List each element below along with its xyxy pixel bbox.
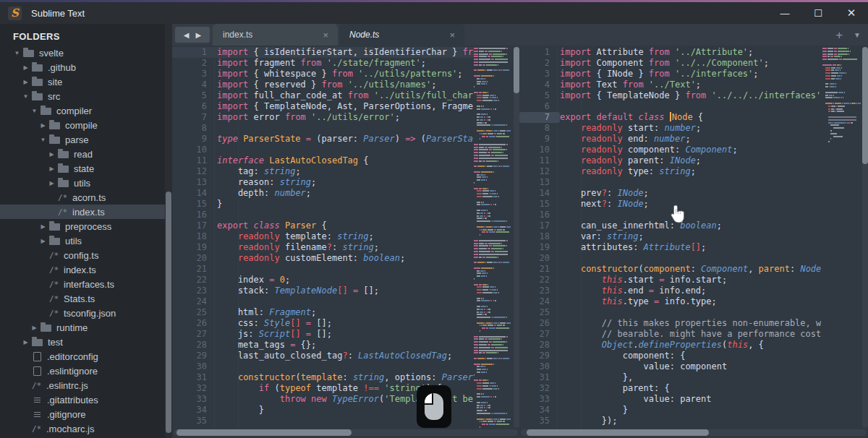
chevron-down-icon[interactable]: ▼ bbox=[30, 108, 38, 114]
code-line[interactable]: 30 bbox=[172, 361, 474, 372]
sidebar-item-state[interactable]: ▶state bbox=[0, 161, 165, 176]
chevron-right-icon[interactable]: ▶ bbox=[22, 339, 30, 345]
sidebar-item-editorconfig[interactable]: .editorconfig bbox=[0, 349, 165, 364]
sidebar-item-preprocess[interactable]: ▶preprocess bbox=[0, 219, 165, 233]
code-line[interactable]: 27 js: Script[] = []; bbox=[172, 329, 474, 340]
sidebar-item-config-ts[interactable]: /*config.ts bbox=[0, 248, 165, 262]
sidebar-item-github[interactable]: ▶.github bbox=[0, 60, 165, 74]
horizontal-scrollbar-left[interactable] bbox=[174, 429, 518, 436]
code-line[interactable]: 9type ParserState = (parser: Parser) => … bbox=[172, 134, 474, 145]
sidebar-item-test[interactable]: ▶test bbox=[0, 335, 165, 349]
code-line[interactable]: 20 readonly customElement: boolean; bbox=[172, 253, 474, 264]
code-line[interactable]: 23 this.end = info.end; bbox=[519, 285, 821, 296]
code-line[interactable]: 11interface LastAutoClosedTag { bbox=[172, 155, 474, 166]
sidebar-item-src[interactable]: ▼src bbox=[0, 89, 165, 103]
code-line[interactable]: 25 html: Fragment; bbox=[172, 307, 474, 318]
code-line[interactable]: 18 var: string; bbox=[519, 231, 821, 242]
code-line[interactable]: 2import fragment from './state/fragment'… bbox=[172, 58, 474, 69]
sidebar-item-utils[interactable]: ▶utils bbox=[0, 233, 165, 248]
code-line[interactable]: 10 readonly component: Component; bbox=[519, 145, 821, 155]
code-line[interactable]: 25 bbox=[519, 307, 821, 318]
tab-overflow-icon[interactable]: ▼ bbox=[854, 31, 861, 39]
chevron-right-icon[interactable]: ▶ bbox=[30, 325, 38, 331]
code-line[interactable]: 8 readonly start: number; bbox=[519, 123, 821, 134]
code-line[interactable]: 13 bbox=[519, 177, 821, 188]
code-line[interactable]: 32 parent: { bbox=[519, 383, 821, 394]
code-line[interactable]: 4import { reserved } from '../utils/name… bbox=[172, 80, 474, 90]
sidebar-item-eslintrc-js[interactable]: /*.eslintrc.js bbox=[0, 378, 165, 392]
code-line[interactable]: 22 index = 0; bbox=[172, 275, 474, 285]
code-line[interactable]: 24 bbox=[172, 296, 474, 307]
code-line[interactable]: 28 meta_tags = {}; bbox=[172, 340, 474, 351]
code-line[interactable]: 23 stack: TemplateNode[] = []; bbox=[172, 285, 474, 296]
chevron-right-icon[interactable]: ▶ bbox=[48, 180, 56, 186]
tab-index-ts[interactable]: index.ts× bbox=[213, 24, 338, 46]
minimap-left[interactable] bbox=[474, 47, 514, 428]
code-line[interactable]: 29 component: { bbox=[519, 351, 821, 361]
sidebar-item-interfaces-ts[interactable]: /*interfaces.ts bbox=[0, 277, 165, 291]
tab-close-icon[interactable]: × bbox=[446, 29, 459, 41]
code-area-right[interactable]: 1import Attribute from '../Attribute';2i… bbox=[519, 47, 821, 428]
code-line[interactable]: 17export class Parser { bbox=[172, 220, 474, 231]
horizontal-scrollbar-right[interactable] bbox=[521, 429, 867, 436]
sidebar-item-eslintignore[interactable]: .eslintignore bbox=[0, 364, 165, 378]
sidebar-item-index-ts[interactable]: /*index.ts bbox=[0, 205, 165, 219]
code-line[interactable]: 6 bbox=[519, 101, 821, 112]
code-line[interactable]: 14 depth: number; bbox=[172, 188, 474, 199]
sidebar-item-Stats-ts[interactable]: /*Stats.ts bbox=[0, 291, 165, 306]
new-tab-icon[interactable]: + bbox=[835, 29, 843, 41]
vertical-scrollbar-right[interactable] bbox=[862, 47, 868, 428]
code-line[interactable]: 6import { TemplateNode, Ast, ParserOptio… bbox=[172, 101, 474, 112]
chevron-right-icon[interactable]: ▶ bbox=[48, 166, 56, 172]
code-line[interactable]: 18 readonly template: string; bbox=[172, 231, 474, 242]
code-line[interactable]: 31 }, bbox=[519, 372, 821, 383]
code-line[interactable]: 14 prev?: INode; bbox=[519, 188, 821, 199]
code-line[interactable]: 21 bbox=[172, 264, 474, 275]
sidebar-item-read[interactable]: ▶read bbox=[0, 147, 165, 161]
horizontal-scrollbar-thumb[interactable] bbox=[527, 429, 709, 436]
tab-nav-forward-icon[interactable]: ▶ bbox=[196, 31, 202, 39]
tab-nav-back-icon[interactable]: ◀ bbox=[184, 31, 190, 39]
code-line[interactable]: 2import Component from '../../Component'… bbox=[519, 58, 821, 69]
code-line[interactable]: 3import { INode } from '../interfaces'; bbox=[519, 69, 821, 80]
vertical-scrollbar-thumb[interactable] bbox=[862, 47, 868, 164]
titlebar[interactable]: S Sublime Text — ☐ ✕ bbox=[0, 2, 868, 24]
code-line[interactable]: 21 constructor(component: Component, par… bbox=[519, 264, 821, 275]
code-line[interactable]: 16 bbox=[172, 210, 474, 220]
horizontal-scrollbar-thumb[interactable] bbox=[176, 429, 352, 436]
code-line[interactable]: 31 constructor(template: string, options… bbox=[172, 372, 474, 383]
maximize-button[interactable]: ☐ bbox=[801, 2, 835, 24]
code-line[interactable]: 33 value: parent bbox=[519, 394, 821, 405]
tab-nav-arrows[interactable]: ◀ ▶ bbox=[175, 27, 210, 43]
code-line[interactable]: 5import full_char_code_at from '../utils… bbox=[172, 90, 474, 101]
sidebar-item-utils[interactable]: ▶utils bbox=[0, 176, 165, 190]
code-line[interactable]: 27 // bearable. might have a performance… bbox=[519, 329, 821, 340]
code-line[interactable]: 19 attributes: Attribute[]; bbox=[519, 242, 821, 253]
sidebar-item-compile[interactable]: ▶compile bbox=[0, 118, 165, 132]
folder-tree[interactable]: ▼svelte▶.github▶site▼src▼compiler▶compil… bbox=[0, 46, 165, 436]
code-line[interactable]: 3import { whitespace } from '../utils/pa… bbox=[172, 69, 474, 80]
sidebar-item-index-ts[interactable]: /*index.ts bbox=[0, 262, 165, 277]
code-line[interactable]: 34 } bbox=[519, 405, 821, 416]
code-line[interactable]: 28 Object.defineProperties(this, { bbox=[519, 340, 821, 351]
vertical-scrollbar-left[interactable] bbox=[514, 47, 519, 428]
code-line[interactable]: 24 this.type = info.type; bbox=[519, 296, 821, 307]
code-line[interactable]: 1import Attribute from '../Attribute'; bbox=[519, 47, 821, 58]
code-line[interactable]: 4import Text from '../Text'; bbox=[519, 80, 821, 90]
code-line[interactable]: 7import error from '../utils/error'; bbox=[172, 112, 474, 123]
code-line[interactable]: 7export default class Node { bbox=[519, 112, 821, 123]
vertical-scrollbar-thumb[interactable] bbox=[514, 47, 519, 93]
chevron-right-icon[interactable]: ▶ bbox=[39, 223, 47, 230]
sidebar-item-mocharc-js[interactable]: /*.mocharc.js bbox=[0, 421, 165, 436]
editor-pane-left[interactable]: 1import { isIdentifierStart, isIdentifie… bbox=[172, 46, 519, 438]
chevron-right-icon[interactable]: ▶ bbox=[22, 79, 30, 85]
minimize-button[interactable]: — bbox=[768, 2, 801, 24]
code-line[interactable]: 12 readonly type: string; bbox=[519, 166, 821, 177]
chevron-down-icon[interactable]: ▼ bbox=[39, 137, 47, 143]
chevron-right-icon[interactable]: ▶ bbox=[39, 238, 47, 244]
close-button[interactable]: ✕ bbox=[835, 2, 868, 24]
sidebar-item-parse[interactable]: ▼parse bbox=[0, 132, 165, 147]
sidebar-item-gitattributes[interactable]: .gitattributes bbox=[0, 392, 165, 407]
sidebar-item-acorn-ts[interactable]: /*acorn.ts bbox=[0, 190, 165, 205]
code-line[interactable]: 12 tag: string; bbox=[172, 166, 474, 177]
